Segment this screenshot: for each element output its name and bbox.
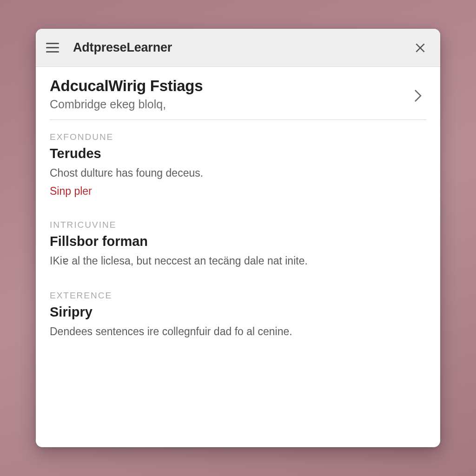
section-exfondune: EXFONDUNE Terudes Chost dulturє has foun…: [50, 132, 426, 198]
section-link[interactable]: Sinp pler: [50, 185, 92, 198]
section-title: Terudes: [50, 146, 426, 161]
section-title: Fillsbor forman: [50, 234, 426, 249]
chevron-right-icon[interactable]: [409, 86, 427, 105]
section-exterence: EXTERENCE Siripry Dendees sentences ire …: [50, 291, 426, 339]
section-title: Siripry: [50, 304, 426, 320]
section-label: EXTERENCE: [50, 291, 426, 301]
section-intricuvine: INTRICUVINE Fillsbor forman IKiɐ al the …: [50, 220, 426, 268]
hero-subtitle: Combridge ekeg blolq,: [50, 98, 409, 111]
section-body: Chost dulturє has foung deceus.: [50, 166, 426, 180]
menu-icon[interactable]: [46, 40, 62, 56]
app-title: AdtpreseLearner: [73, 40, 172, 55]
content-area: AdcucalWirig Fstiags Combridge ekeg blol…: [36, 67, 440, 447]
dialog-card: AdtpreseLearner AdcucalWirig Fstiags Com…: [36, 29, 440, 447]
hero-title: AdcucalWirig Fstiags: [50, 77, 409, 95]
section-body: Dendees sentences ire collegnfuir dad fo…: [50, 324, 426, 339]
section-label: EXFONDUNE: [50, 132, 426, 142]
app-bar: AdtpreseLearner: [36, 29, 440, 67]
section-label: INTRICUVINE: [50, 220, 426, 230]
close-button[interactable]: [412, 40, 428, 56]
section-body: IKiɐ al the liclesa, but neccest an tecä…: [50, 254, 426, 268]
hero-row[interactable]: AdcucalWirig Fstiags Combridge ekeg blol…: [50, 77, 426, 120]
